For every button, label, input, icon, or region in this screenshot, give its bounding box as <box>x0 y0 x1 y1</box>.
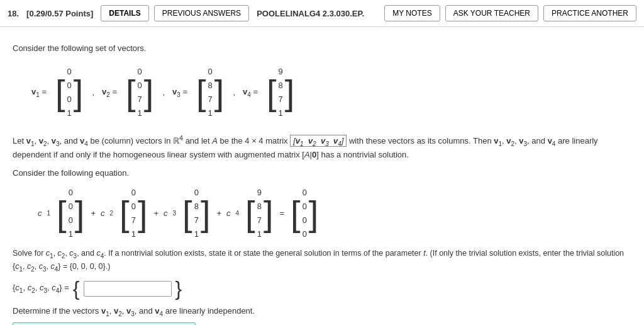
eq-v2: [ 0 0 7 1 ] <box>119 186 147 241</box>
problem-number: 18. <box>8 9 19 18</box>
comma2: , <box>162 88 165 97</box>
right-bracket: ] <box>214 77 225 108</box>
left-bracket: [ <box>267 77 277 108</box>
intro-text: Consider the following set of vectors. <box>13 42 631 55</box>
v2-label: v2 = <box>102 87 117 98</box>
v3-values: 0 8 7 1 <box>206 65 214 120</box>
main-content: Consider the following set of vectors. v… <box>0 27 644 325</box>
solution-row: {c1, c2, c3, c4} = { } <box>13 278 631 299</box>
practice-another-button[interactable]: PRACTICE ANOTHER <box>543 5 636 21</box>
v4-label: v4 = <box>243 87 258 98</box>
v2-values: 0 0 7 1 <box>136 65 144 120</box>
comma1: , <box>92 88 94 97</box>
determine-text: Determine if the vectors v1, v2, v3, and… <box>13 306 631 317</box>
solution-input[interactable] <box>84 281 172 297</box>
details-button[interactable]: DETAILS <box>101 5 148 21</box>
radio-group: The set of vectors is linearly dependent… <box>13 322 196 325</box>
v3-matrix: [ 0 8 7 1 ] <box>196 65 224 120</box>
open-brace: { <box>73 278 80 299</box>
v2-matrix: [ 0 0 7 1 ] <box>126 65 153 120</box>
left-bracket: [ <box>126 77 136 108</box>
right-bracket: ] <box>285 77 295 108</box>
v1-matrix: [ 0 0 0 1 ] <box>55 65 83 120</box>
solution-label: {c1, c2, c3, c4} = <box>13 283 69 294</box>
eq-v3: [ 0 8 7 1 ] <box>182 186 210 241</box>
top-bar: 18. [0.29/0.57 Points] DETAILS PREVIOUS … <box>0 0 644 27</box>
eq-zero: [ 0 0 0 0 ] <box>291 186 318 241</box>
v4-matrix: [ 9 8 7 1 ] <box>267 65 294 120</box>
comma3: , <box>233 88 235 97</box>
problem-code: POOLELINALG4 2.3.030.EP. <box>257 9 364 18</box>
eq-v1: [ 0 0 0 1 ] <box>57 186 84 241</box>
v4-values: 9 8 7 1 <box>277 65 285 120</box>
vectors-display: v1 = [ 0 0 0 1 ] , v2 = [ 0 0 7 1 ] , v3… <box>31 65 296 120</box>
right-bracket: ] <box>74 77 84 108</box>
paragraph1: Let v1, v2, v3, and v4 be (column) vecto… <box>13 133 631 161</box>
v1-values: 0 0 0 1 <box>65 65 74 120</box>
points: [0.29/0.57 Points] <box>26 9 93 18</box>
close-brace: } <box>175 278 182 299</box>
solve-text: Solve for c1, c2, c3, and c4. If a nontr… <box>13 248 631 273</box>
v3-label: v3 = <box>172 87 187 98</box>
left-bracket: [ <box>55 77 65 108</box>
eq-v4: [ 9 8 7 1 ] <box>245 186 273 241</box>
ask-teacher-button[interactable]: ASK YOUR TEACHER <box>445 5 538 21</box>
left-bracket: [ <box>196 77 206 108</box>
consider-equation-text: Consider the following equation. <box>13 167 631 180</box>
v1-label: v1 = <box>31 87 47 98</box>
my-notes-button[interactable]: MY NOTES <box>384 5 440 21</box>
right-buttons: MY NOTES ASK YOUR TEACHER PRACTICE ANOTH… <box>384 5 636 21</box>
right-bracket: ] <box>144 77 154 108</box>
equation-block: c1 [ 0 0 0 1 ] + c2 [ 0 0 7 1 ] + c3 <box>38 186 631 241</box>
previous-answers-button[interactable]: PREVIOUS ANSWERS <box>154 5 249 21</box>
